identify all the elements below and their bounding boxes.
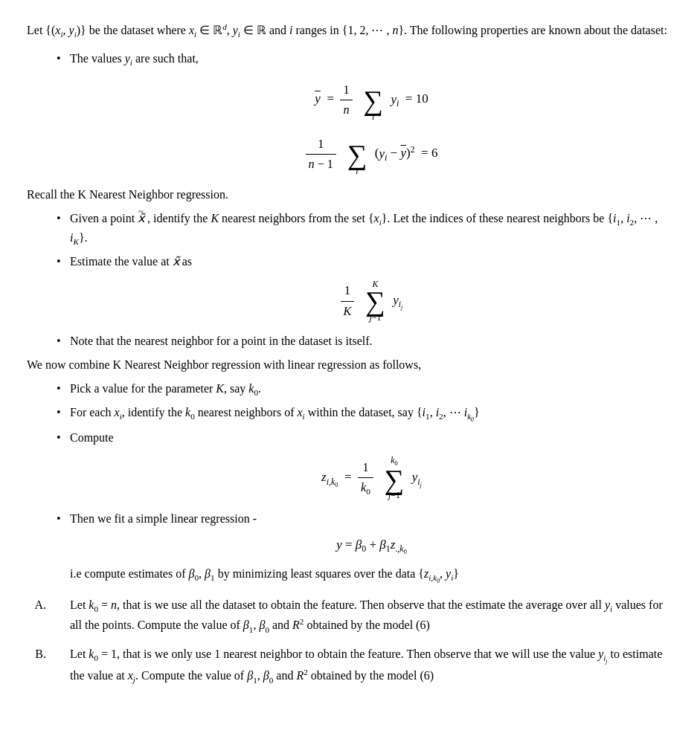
combine-item-1: Pick a value for the parameter K, say k0… [57,380,673,399]
page-content: Let {(xi, yi)} be the dataset where xi ∈… [27,21,673,686]
property-1-text: The values yi are such that, [70,52,199,65]
knn-item-3: Note that the nearest neighbor for a poi… [57,332,673,350]
combine-item-4: Then we fit a simple linear regression -… [57,510,673,586]
properties-list: The values yi are such that, y = 1 n i ∑… [57,50,673,178]
formula-ybar: y = 1 n i ∑ i yi = 10 [70,77,673,123]
formula-variance: 1 n − 1 i ∑ i (yi − y)2 = 6 [70,131,673,178]
knn-item-2: Estimate the value at x̃ as 1 K K ∑ j=1 … [57,253,673,325]
formula-knn-estimate: 1 K K ∑ j=1 yij [70,278,673,325]
knn-list: Given a point x̃, identify the K nearest… [57,210,673,350]
ie-text: i.e compute estimates of β0, β1 by minim… [70,565,673,586]
parts-list: Let k0 = n, that is we use all the datas… [49,596,673,686]
formula-z-compute: zi,k0 = 1 k0 k0 ∑ j=1 yij [70,454,673,503]
knn-recall-text: Recall the K Nearest Neighbor regression… [27,186,673,204]
property-item-1: The values yi are such that, y = 1 n i ∑… [57,50,673,178]
combine-list: Pick a value for the parameter K, say k0… [57,380,673,587]
part-b: Let k0 = 1, that is we only use 1 neares… [49,645,673,687]
combine-intro-text: We now combine K Nearest Neighbor regres… [27,356,673,374]
formula-linear: y = β0 + β1z.,k0 [70,535,673,558]
knn-item-1: Given a point x̃, identify the K nearest… [57,210,673,248]
combine-item-3: Compute zi,k0 = 1 k0 k0 ∑ j=1 yij [57,429,673,503]
combine-item-2: For each xi, identify the k0 nearest nei… [57,404,673,424]
intro-paragraph: Let {(xi, yi)} be the dataset where xi ∈… [27,21,673,41]
part-a: Let k0 = n, that is we use all the datas… [49,596,673,636]
